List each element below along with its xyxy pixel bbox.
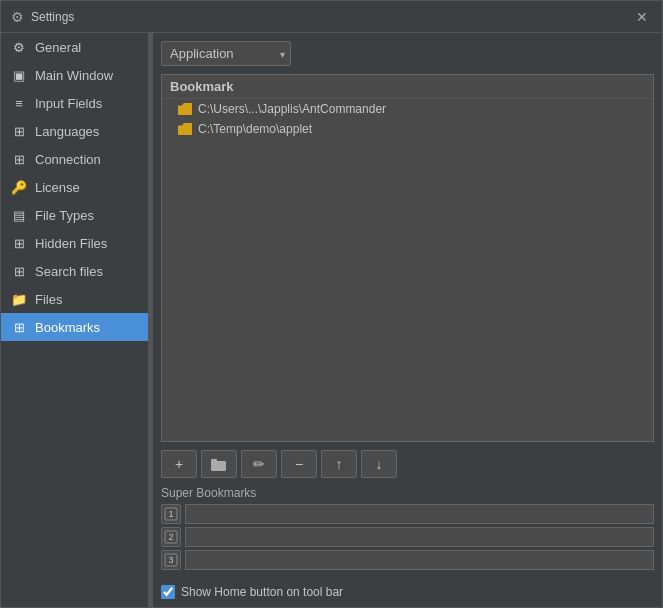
edit-button[interactable]: ✏ [241, 450, 277, 478]
show-home-button-label: Show Home button on tool bar [181, 585, 343, 599]
svg-text:3: 3 [168, 555, 173, 565]
super-bookmark-num-2: 2 [161, 527, 181, 547]
sidebar-label-input-fields: Input Fields [35, 96, 102, 111]
main-panel: Application User System ▾ Bookmark C:\Us… [153, 33, 662, 607]
hidden-files-icon: ⊞ [11, 235, 27, 251]
show-home-button-checkbox[interactable] [161, 585, 175, 599]
sidebar-item-file-types[interactable]: ▤ File Types [1, 201, 148, 229]
sidebar-item-search-files[interactable]: ⊞ Search files [1, 257, 148, 285]
sidebar-item-bookmarks[interactable]: ⊞ Bookmarks [1, 313, 148, 341]
sidebar-label-languages: Languages [35, 124, 99, 139]
sidebar-label-main-window: Main Window [35, 68, 113, 83]
sidebar-label-bookmarks: Bookmarks [35, 320, 100, 335]
sidebar-item-general[interactable]: ⚙ General [1, 33, 148, 61]
folder-icon-2 [178, 123, 192, 135]
show-home-button-row: Show Home button on tool bar [161, 585, 654, 599]
super-bookmark-row-2: 2 [161, 527, 654, 547]
sidebar-label-files: Files [35, 292, 62, 307]
move-up-button[interactable]: ↑ [321, 450, 357, 478]
bookmarks-icon: ⊞ [11, 319, 27, 335]
remove-button[interactable]: − [281, 450, 317, 478]
connection-icon: ⊞ [11, 151, 27, 167]
folder-icon-1 [178, 103, 192, 115]
files-icon: 📁 [11, 291, 27, 307]
sidebar-label-file-types: File Types [35, 208, 94, 223]
bookmark-path-2: C:\Temp\demo\applet [198, 122, 312, 136]
bookmark-path-1: C:\Users\...\Japplis\AntCommander [198, 102, 386, 116]
close-button[interactable]: ✕ [630, 5, 654, 29]
super-bookmark-row-1: 1 [161, 504, 654, 524]
title-bar: ⚙ Settings ✕ [1, 1, 662, 33]
svg-rect-0 [211, 461, 226, 471]
svg-rect-1 [211, 459, 217, 462]
sidebar-label-connection: Connection [35, 152, 101, 167]
content-area: ⚙ General ▣ Main Window ≡ Input Fields ⊞… [1, 33, 662, 607]
settings-window: ⚙ Settings ✕ ⚙ General ▣ Main Window ≡ I… [0, 0, 663, 608]
bookmark-item-2[interactable]: C:\Temp\demo\applet [162, 119, 653, 139]
sidebar-item-files[interactable]: 📁 Files [1, 285, 148, 313]
sidebar-item-connection[interactable]: ⊞ Connection [1, 145, 148, 173]
sidebar-item-languages[interactable]: ⊞ Languages [1, 117, 148, 145]
svg-text:2: 2 [168, 532, 173, 542]
sidebar-item-input-fields[interactable]: ≡ Input Fields [1, 89, 148, 117]
super-bookmark-input-3[interactable] [185, 550, 654, 570]
window-title: Settings [31, 10, 630, 24]
bookmark-panel: Bookmark C:\Users\...\Japplis\AntCommand… [161, 74, 654, 442]
sidebar-label-search-files: Search files [35, 264, 103, 279]
gear-icon: ⚙ [11, 39, 27, 55]
add-button[interactable]: + [161, 450, 197, 478]
settings-icon: ⚙ [9, 9, 25, 25]
super-bookmark-input-1[interactable] [185, 504, 654, 524]
main-window-icon: ▣ [11, 67, 27, 83]
languages-icon: ⊞ [11, 123, 27, 139]
super-bookmarks-label: Super Bookmarks [161, 486, 654, 500]
sidebar-item-main-window[interactable]: ▣ Main Window [1, 61, 148, 89]
search-files-icon: ⊞ [11, 263, 27, 279]
super-bookmarks-section: Super Bookmarks 1 2 [161, 486, 654, 573]
sidebar: ⚙ General ▣ Main Window ≡ Input Fields ⊞… [1, 33, 149, 607]
sidebar-label-license: License [35, 180, 80, 195]
sidebar-label-general: General [35, 40, 81, 55]
bookmark-header: Bookmark [162, 75, 653, 99]
dropdown-wrapper: Application User System ▾ [161, 41, 291, 66]
sidebar-item-license[interactable]: 🔑 License [1, 173, 148, 201]
super-bookmark-num-1: 1 [161, 504, 181, 524]
svg-text:1: 1 [168, 509, 173, 519]
file-types-icon: ▤ [11, 207, 27, 223]
license-icon: 🔑 [11, 179, 27, 195]
open-folder-button[interactable] [201, 450, 237, 478]
input-fields-icon: ≡ [11, 95, 27, 111]
bookmark-item-1[interactable]: C:\Users\...\Japplis\AntCommander [162, 99, 653, 119]
application-dropdown[interactable]: Application User System [161, 41, 291, 66]
super-bookmark-input-2[interactable] [185, 527, 654, 547]
super-bookmark-row-3: 3 [161, 550, 654, 570]
dropdown-bar: Application User System ▾ [161, 41, 654, 66]
bookmark-toolbar: + ✏ − ↑ ↓ [161, 450, 654, 478]
super-bookmark-num-3: 3 [161, 550, 181, 570]
sidebar-label-hidden-files: Hidden Files [35, 236, 107, 251]
sidebar-item-hidden-files[interactable]: ⊞ Hidden Files [1, 229, 148, 257]
move-down-button[interactable]: ↓ [361, 450, 397, 478]
